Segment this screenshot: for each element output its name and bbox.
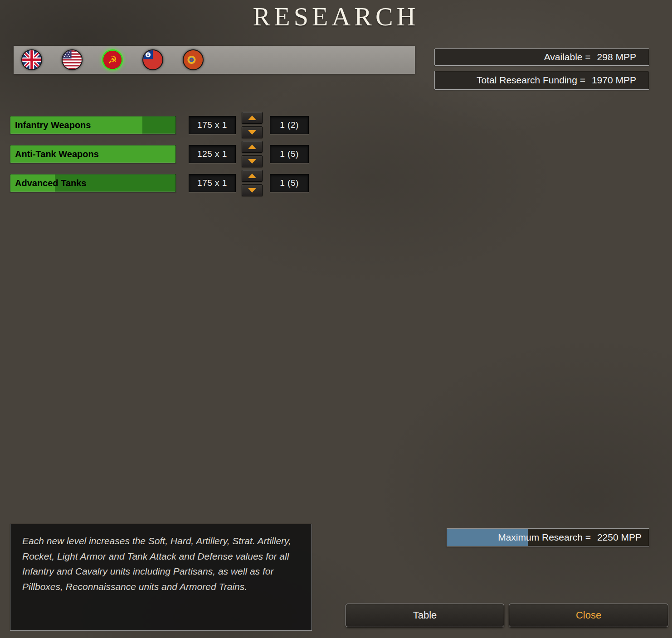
research-level-box: 1 (5) [270, 174, 309, 192]
total-research-funding-box: Total Research Funding = 1970 MPP [434, 71, 649, 90]
research-cost-box: 125 x 1 [189, 145, 236, 163]
available-value: 298 MPP [597, 52, 636, 63]
research-level-box: 1 (2) [270, 116, 309, 134]
research-topic-label: Advanced Tanks [10, 174, 176, 192]
svg-text:☭: ☭ [108, 54, 117, 66]
research-row: Advanced Tanks175 x 11 (5) [10, 174, 309, 192]
decrease-funding-button[interactable] [242, 184, 263, 196]
arrow-up-icon [248, 174, 256, 178]
usa-flag-icon [63, 50, 82, 69]
research-level-box: 1 (5) [270, 145, 309, 163]
ussr-flag-button[interactable]: ☭ [102, 49, 123, 70]
research-screen: RESEARCH [0, 0, 672, 638]
available-label: Available = [544, 52, 591, 63]
research-cost-box: 175 x 1 [189, 116, 236, 134]
arrow-down-icon [248, 188, 256, 193]
usa-flag-button[interactable] [62, 49, 83, 70]
research-row: Anti-Tank Weapons125 x 11 (5) [10, 145, 309, 163]
ussr-flag-icon: ☭ [103, 51, 122, 69]
table-button[interactable]: Table [346, 604, 504, 627]
research-cost-box: 175 x 1 [189, 174, 236, 192]
arrow-down-icon [248, 130, 256, 135]
total-funding-value: 1970 MPP [592, 75, 636, 86]
research-column-left: Infantry Weapons175 x 11 (2)Anti-Tank We… [10, 116, 309, 203]
research-topic-label: Infantry Weapons [10, 116, 176, 134]
arrow-up-icon [248, 116, 256, 120]
maximum-research-value: 2250 MPP [597, 532, 642, 543]
arrow-up-icon [248, 145, 256, 149]
close-button[interactable]: Close [509, 604, 668, 627]
nation-flag-bar: ☭ [14, 46, 415, 74]
funding-spinner [242, 112, 263, 138]
increase-funding-button[interactable] [242, 112, 263, 124]
increase-funding-button[interactable] [242, 170, 263, 182]
maximum-research-label: Maximum Research = [498, 532, 591, 543]
decrease-funding-button[interactable] [242, 155, 263, 167]
ally-flag-icon [184, 50, 203, 69]
china-flag-icon [143, 50, 162, 69]
china-flag-button[interactable] [142, 49, 163, 70]
research-topic-label: Anti-Tank Weapons [10, 145, 176, 163]
funding-spinner [242, 170, 263, 196]
uk-flag-icon [22, 50, 41, 69]
uk-flag-button[interactable] [21, 49, 42, 70]
decrease-funding-button[interactable] [242, 126, 263, 138]
total-funding-label: Total Research Funding = [477, 75, 585, 86]
maximum-research-box: Maximum Research = 2250 MPP [447, 528, 649, 546]
research-description-box: Each new level increases the Soft, Hard,… [10, 524, 312, 631]
available-mpp-box: Available = 298 MPP [434, 48, 649, 66]
ally-flag-button[interactable] [183, 49, 204, 70]
arrow-down-icon [248, 159, 256, 164]
increase-funding-button[interactable] [242, 141, 263, 153]
funding-spinner [242, 141, 263, 167]
research-row: Infantry Weapons175 x 11 (2) [10, 116, 309, 134]
page-title: RESEARCH [0, 0, 672, 34]
